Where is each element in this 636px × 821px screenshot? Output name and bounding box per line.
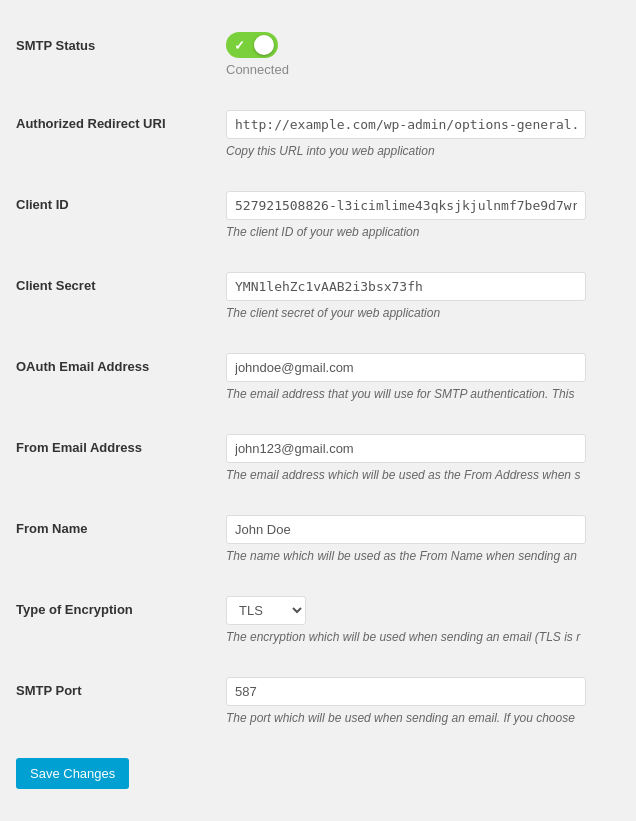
encryption-row: Type of Encryption None SSL TLS The encr… [16,580,620,661]
connected-status: Connected [226,62,620,77]
smtp-status-row: SMTP Status ✓ Connected [16,16,620,94]
save-changes-button[interactable]: Save Changes [16,758,129,789]
encryption-hint: The encryption which will be used when s… [226,630,620,644]
from-name-hint: The name which will be used as the From … [226,549,620,563]
client-id-row: Client ID The client ID of your web appl… [16,175,620,256]
smtp-port-hint: The port which will be used when sending… [226,711,620,725]
oauth-email-value: The email address that you will use for … [226,353,620,401]
smtp-status-value: ✓ Connected [226,32,620,77]
smtp-port-row: SMTP Port The port which will be used wh… [16,661,620,742]
smtp-port-value: The port which will be used when sending… [226,677,620,725]
client-secret-input[interactable] [226,272,586,301]
smtp-port-label: SMTP Port [16,677,226,698]
redirect-uri-label: Authorized Redirect URI [16,110,226,131]
redirect-uri-input[interactable] [226,110,586,139]
client-secret-label: Client Secret [16,272,226,293]
toggle-wrapper: ✓ Connected [226,32,620,77]
from-email-label: From Email Address [16,434,226,455]
redirect-uri-hint: Copy this URL into you web application [226,144,620,158]
redirect-uri-row: Authorized Redirect URI Copy this URL in… [16,94,620,175]
client-id-label: Client ID [16,191,226,212]
from-name-label: From Name [16,515,226,536]
from-name-row: From Name The name which will be used as… [16,499,620,580]
client-secret-value: The client secret of your web applicatio… [226,272,620,320]
checkmark-icon: ✓ [234,38,245,53]
smtp-toggle[interactable]: ✓ [226,32,278,58]
client-id-input[interactable] [226,191,586,220]
oauth-email-row: OAuth Email Address The email address th… [16,337,620,418]
encryption-select[interactable]: None SSL TLS [226,596,306,625]
oauth-email-hint: The email address that you will use for … [226,387,620,401]
client-secret-row: Client Secret The client secret of your … [16,256,620,337]
from-email-value: The email address which will be used as … [226,434,620,482]
redirect-uri-value: Copy this URL into you web application [226,110,620,158]
client-id-hint: The client ID of your web application [226,225,620,239]
from-name-input[interactable] [226,515,586,544]
toggle-slider: ✓ [226,32,278,58]
from-email-input[interactable] [226,434,586,463]
from-email-row: From Email Address The email address whi… [16,418,620,499]
client-secret-hint: The client secret of your web applicatio… [226,306,620,320]
smtp-port-input[interactable] [226,677,586,706]
encryption-label: Type of Encryption [16,596,226,617]
smtp-status-label: SMTP Status [16,32,226,53]
settings-form: SMTP Status ✓ Connected Authorized Redir… [16,16,620,789]
encryption-value: None SSL TLS The encryption which will b… [226,596,620,644]
from-email-hint: The email address which will be used as … [226,468,620,482]
oauth-email-label: OAuth Email Address [16,353,226,374]
oauth-email-input[interactable] [226,353,586,382]
from-name-value: The name which will be used as the From … [226,515,620,563]
client-id-value: The client ID of your web application [226,191,620,239]
